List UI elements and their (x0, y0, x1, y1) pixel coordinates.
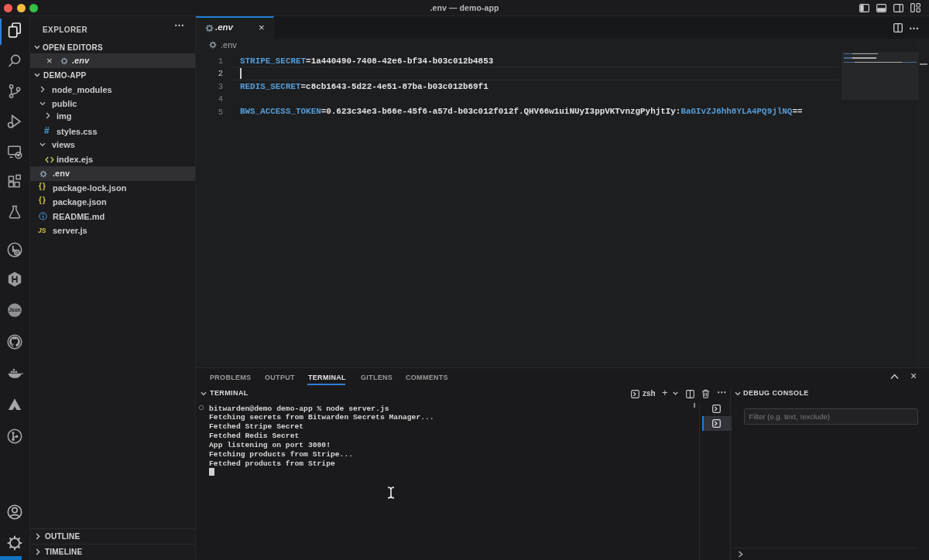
svg-text:Json: Json (9, 307, 21, 312)
